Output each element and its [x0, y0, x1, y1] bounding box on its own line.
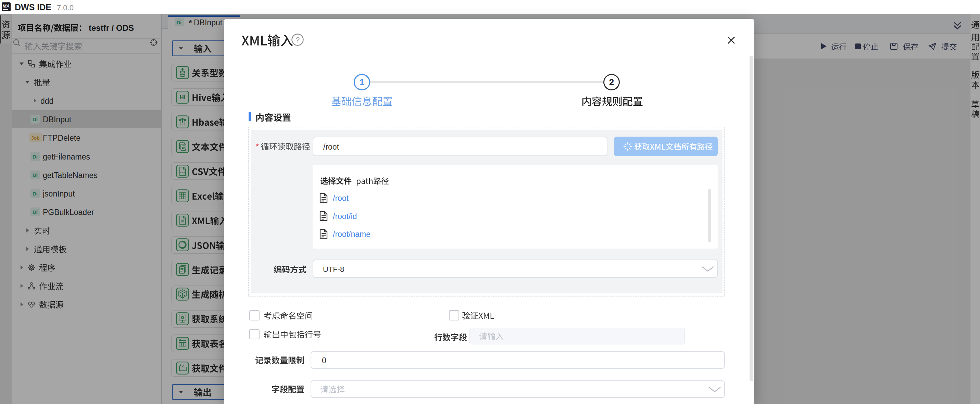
svg-text:1: 1 — [360, 77, 364, 87]
svg-text:2: 2 — [609, 77, 614, 87]
svg-text:?: ? — [296, 36, 300, 44]
